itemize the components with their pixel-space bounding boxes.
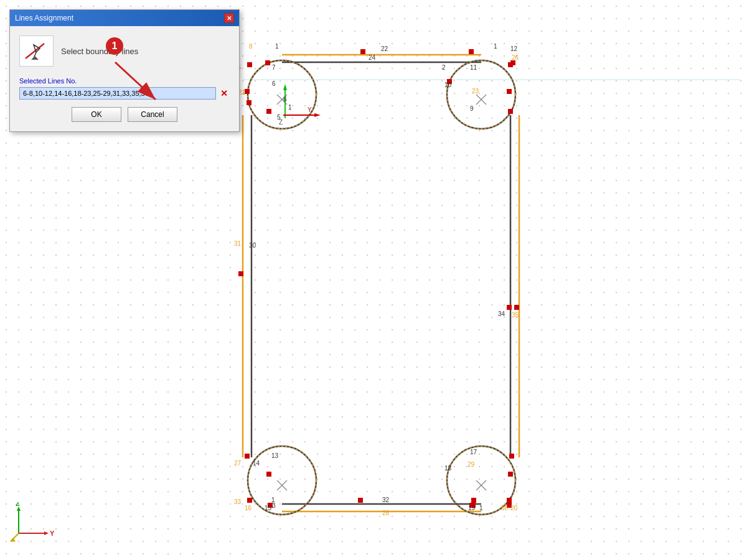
lines-assignment-dialog: Lines Assignment ✕ Select boundary lines… [9, 9, 240, 132]
svg-rect-25 [360, 49, 365, 54]
input-row: ✕ [19, 87, 230, 100]
svg-text:12: 12 [510, 45, 518, 52]
cursor-icon-box [19, 35, 54, 67]
svg-rect-26 [469, 49, 474, 54]
clear-lines-button[interactable]: ✕ [218, 89, 230, 98]
svg-text:14: 14 [253, 460, 260, 467]
dialog-buttons: OK Cancel [19, 107, 230, 122]
svg-text:Y: Y [50, 530, 55, 537]
svg-rect-31 [247, 100, 251, 105]
svg-text:Z: Z [16, 502, 20, 507]
svg-text:11: 11 [470, 64, 477, 71]
svg-rect-30 [507, 89, 512, 94]
svg-text:31: 31 [234, 240, 242, 247]
svg-text:13: 13 [271, 452, 279, 459]
svg-rect-34 [507, 305, 512, 310]
svg-text:7: 7 [272, 64, 276, 71]
svg-rect-42 [265, 60, 270, 65]
svg-text:6: 6 [272, 80, 276, 87]
dialog-body: Select boundary lines Selected Lines No.… [10, 26, 239, 131]
svg-marker-92 [314, 113, 321, 117]
svg-text:35: 35 [512, 312, 519, 319]
svg-text:16: 16 [245, 505, 252, 511]
cancel-button[interactable]: Cancel [128, 107, 177, 122]
ok-button[interactable]: OK [72, 107, 121, 122]
svg-text:1: 1 [275, 43, 279, 50]
svg-rect-43 [510, 60, 515, 65]
svg-rect-36 [245, 454, 250, 459]
svg-text:1: 1 [271, 497, 275, 503]
svg-text:24: 24 [369, 54, 376, 61]
cursor-icon [22, 39, 50, 63]
dialog-close-button[interactable]: ✕ [224, 13, 234, 23]
svg-text:10: 10 [444, 82, 452, 88]
svg-text:17: 17 [470, 449, 477, 455]
svg-text:30: 30 [249, 242, 256, 249]
instruction-text: Select boundary lines [61, 47, 138, 56]
axes-indicator: Y Z [9, 502, 59, 548]
svg-text:Y: Y [308, 106, 312, 113]
svg-text:28: 28 [382, 510, 390, 516]
svg-marker-90 [283, 84, 287, 90]
axes-svg: Y Z [9, 502, 59, 546]
svg-text:22: 22 [381, 45, 388, 52]
svg-rect-45 [508, 109, 513, 114]
svg-rect-37 [509, 454, 514, 459]
svg-text:36: 36 [501, 505, 509, 511]
svg-marker-108 [17, 506, 21, 511]
svg-text:32: 32 [382, 497, 390, 503]
svg-text:19: 19 [468, 505, 476, 511]
instruction-area: Select boundary lines [19, 32, 230, 70]
svg-rect-35 [514, 305, 519, 310]
svg-text:27: 27 [234, 460, 242, 467]
svg-text:18: 18 [444, 465, 452, 472]
svg-rect-40 [471, 498, 476, 503]
svg-text:29: 29 [467, 461, 475, 468]
svg-text:15: 15 [265, 505, 272, 511]
dialog-titlebar: Lines Assignment ✕ [10, 10, 239, 26]
svg-rect-29 [245, 89, 250, 94]
svg-text:2: 2 [442, 64, 446, 71]
svg-text:1: 1 [288, 104, 292, 111]
svg-text:1: 1 [494, 43, 497, 50]
svg-rect-33 [238, 271, 243, 276]
svg-rect-39 [358, 498, 363, 503]
svg-rect-38 [247, 498, 252, 503]
svg-text:1: 1 [479, 505, 483, 511]
svg-marker-111 [10, 538, 16, 542]
svg-text:6: 6 [283, 96, 287, 103]
svg-text:5: 5 [277, 114, 281, 121]
svg-rect-41 [507, 498, 512, 503]
svg-text:34: 34 [498, 310, 505, 317]
selected-lines-section: Selected Lines No. ✕ [19, 77, 230, 100]
svg-text:23: 23 [472, 88, 479, 95]
svg-rect-47 [508, 472, 513, 477]
svg-text:33: 33 [234, 498, 242, 505]
svg-marker-103 [31, 56, 39, 60]
svg-rect-46 [266, 472, 271, 477]
svg-marker-105 [44, 531, 49, 535]
svg-text:20: 20 [510, 505, 518, 511]
svg-text:9: 9 [470, 105, 474, 112]
svg-text:8: 8 [249, 43, 253, 50]
svg-text:26: 26 [512, 54, 519, 61]
selected-lines-label: Selected Lines No. [19, 77, 230, 85]
svg-rect-44 [266, 109, 271, 114]
svg-rect-27 [247, 62, 252, 67]
dialog-title: Lines Assignment [15, 14, 73, 22]
selected-lines-input[interactable] [19, 87, 216, 100]
